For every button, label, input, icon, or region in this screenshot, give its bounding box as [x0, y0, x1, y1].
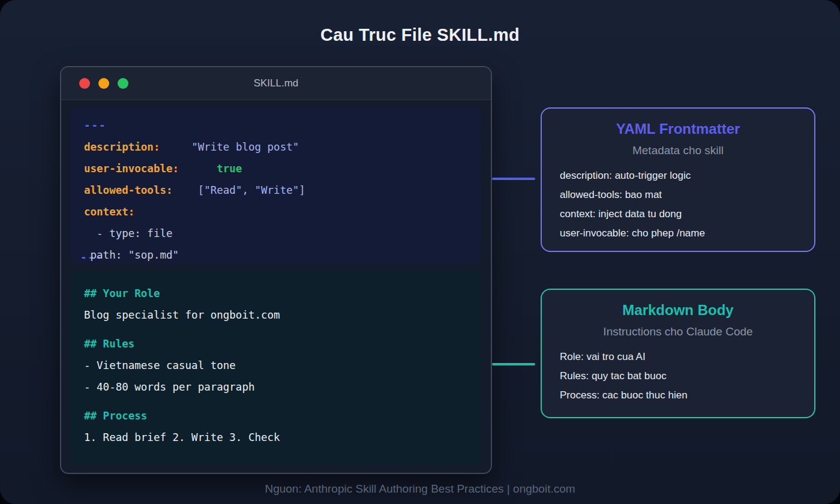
annotation-item: allowed-tools: bao mat — [560, 185, 796, 205]
annotation-item: Rules: quy tac bat buoc — [560, 367, 796, 386]
frontmatter-connector-line — [492, 178, 535, 180]
window-title: SKILL.md — [254, 77, 299, 89]
code-line: - 40-80 words per paragraph — [84, 376, 468, 398]
yaml-frontmatter-annotation-box: YAML Frontmatter Metadata cho skill desc… — [541, 107, 815, 252]
annotation-title: Markdown Body — [542, 290, 814, 319]
close-window-icon — [79, 78, 90, 89]
body-connector-line — [492, 363, 535, 365]
annotation-item: context: inject data tu dong — [560, 205, 796, 224]
maximize-window-icon — [118, 78, 128, 89]
code-line: - Vietnamese casual tone — [84, 355, 468, 376]
annotation-item: Role: vai tro cua AI — [560, 347, 796, 367]
code-line: ## Process — [84, 405, 468, 427]
code-line: ## Your Role — [84, 283, 468, 304]
annotation-item-list: description: auto-trigger logicallowed-t… — [542, 166, 814, 243]
annotation-subtitle: Instructions cho Claude Code — [542, 325, 814, 338]
markdown-body-annotation-box: Markdown Body Instructions cho Claude Co… — [541, 289, 815, 418]
markdown-body-code-block: ## Your RoleBlog specialist for ongboit.… — [71, 271, 481, 464]
annotation-item-list: Role: vai tro cua AIRules: quy tac bat b… — [542, 347, 814, 405]
code-line: 1. Read brief 2. Write 3. Check — [84, 427, 468, 448]
annotation-item: Process: cac buoc thuc hien — [560, 386, 796, 405]
infographic-canvas: Cau Truc File SKILL.md SKILL.md ---descr… — [0, 0, 840, 504]
code-line: --- — [84, 115, 468, 136]
annotation-subtitle: Metadata cho skill — [542, 144, 814, 157]
editor-window-titlebar: SKILL.md — [61, 67, 491, 100]
editor-window-body: ---description: "Write blog post"user-in… — [61, 100, 491, 471]
code-line: description: "Write blog post" — [84, 136, 468, 158]
code-line: Blog specialist for ongboit.com — [84, 304, 468, 326]
window-controls — [79, 67, 128, 100]
annotation-title: YAML Frontmatter — [542, 109, 814, 137]
yaml-frontmatter-code-block: ---description: "Write blog post"user-in… — [71, 107, 481, 263]
code-line: --- path: "sop.md" — [84, 244, 468, 263]
code-line: user-invocable: true — [84, 158, 468, 179]
source-attribution: Nguon: Anthropic Skill Authoring Best Pr… — [0, 482, 840, 496]
code-line: - type: file — [84, 223, 468, 244]
minimize-window-icon — [98, 78, 109, 89]
code-line: allowed-tools: ["Read", "Write"] — [84, 179, 468, 201]
annotation-item: description: auto-trigger logic — [560, 166, 796, 185]
code-line: context: — [84, 201, 468, 223]
code-line: ## Rules — [84, 333, 468, 355]
annotation-item: user-invocable: cho phep /name — [560, 224, 796, 243]
page-title: Cau Truc File SKILL.md — [0, 25, 840, 45]
editor-window: SKILL.md ---description: "Write blog pos… — [60, 66, 492, 474]
